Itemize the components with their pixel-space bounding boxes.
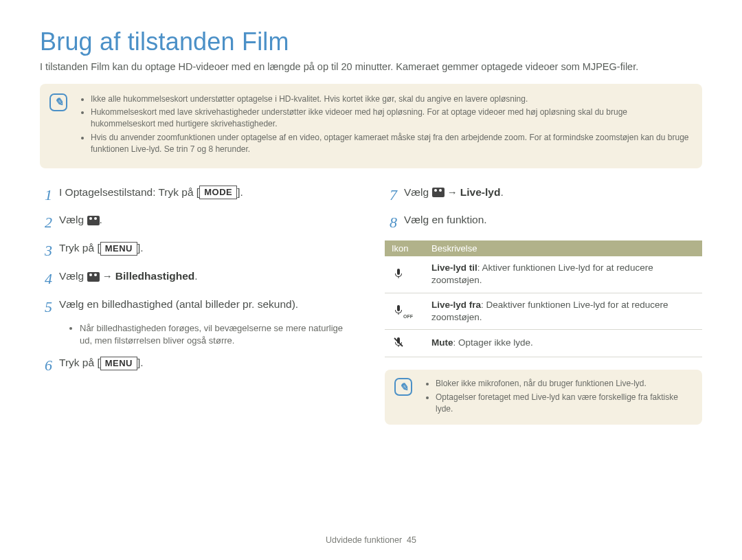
arrow: → <box>100 270 115 282</box>
film-icon <box>87 272 100 282</box>
footer-page-number: 45 <box>407 535 416 545</box>
cell-desc: Live-lyd fra: Deaktiver funktionen Live-… <box>425 293 702 329</box>
substep-bullet: Når billedhastigheden forøges, vil bevæg… <box>80 322 357 347</box>
step-text: Vælg → Live-lyd. <box>404 185 504 200</box>
manual-page: Brug af tilstanden Film I tilstanden Fil… <box>0 0 742 560</box>
step-text-part: ]. <box>137 242 144 254</box>
cell-icon: OFF <box>385 293 425 329</box>
step-text: Vælg en funktion. <box>404 212 487 227</box>
table-row: OFF Live-lyd fra: Deaktiver funktionen L… <box>385 293 702 329</box>
step-5-sub: Når billedhastigheden forøges, vil bevæg… <box>40 322 357 347</box>
table-row: Live-lyd til: Aktiver funktionen Live-ly… <box>385 256 702 293</box>
table-head-icon: Ikon <box>385 240 425 256</box>
cell-bold: Live-lyd til <box>431 262 477 273</box>
step-text: Tryk på [MENU]. <box>59 355 144 370</box>
icon-description-table: Ikon Beskrivelse Live-lyd til: Aktiver f… <box>385 240 702 357</box>
step-3: 3 Tryk på [MENU]. <box>40 240 357 262</box>
note-icon: ✎ <box>394 378 412 396</box>
note-icon: ✎ <box>49 93 67 111</box>
step-text: Vælg en billedhastighed (antal billeder … <box>59 297 298 312</box>
step-number: 4 <box>40 269 52 290</box>
step-text-part: I Optagelsestilstand: Tryk på [ <box>59 186 199 198</box>
menu-key: MENU <box>100 242 137 256</box>
step-text: Tryk på [MENU]. <box>59 240 144 256</box>
step-bold: Live-lyd <box>460 186 501 198</box>
step-number: 1 <box>40 185 52 206</box>
top-note-box: ✎ Ikke alle hukommelseskort understøtter… <box>40 84 702 168</box>
step-text-part: Tryk på [ <box>59 357 100 368</box>
mic-on-icon <box>392 267 405 280</box>
step-4: 4 Vælg → Billedhastighed. <box>40 269 357 290</box>
film-icon <box>87 216 100 225</box>
step-text: Vælg . <box>59 212 102 227</box>
table-head-desc: Beskrivelse <box>425 240 702 256</box>
cell-bold: Mute <box>431 337 453 348</box>
step-text-part: . <box>100 214 102 225</box>
mode-key: MODE <box>199 186 237 199</box>
step-5: 5 Vælg en billedhastighed (antal billede… <box>40 297 357 318</box>
step-text: I Optagelsestilstand: Tryk på [MODE]. <box>59 185 243 200</box>
bottom-note-item: Bloker ikke mikrofonen, når du bruger fu… <box>436 378 693 390</box>
columns: 1 I Optagelsestilstand: Tryk på [MODE]. … <box>40 185 702 425</box>
lead-paragraph: I tilstanden Film kan du optage HD-video… <box>40 60 702 74</box>
step-number: 5 <box>40 297 52 318</box>
step-text-part: . <box>500 186 503 198</box>
table-row: Mute: Optager ikke lyde. <box>385 329 702 357</box>
top-note-item: Hvis du anvender zoomfunktionen under op… <box>91 132 691 156</box>
step-text: Vælg → Billedhastighed. <box>59 269 198 284</box>
step-number: 2 <box>40 212 52 234</box>
step-text-part: Tryk på [ <box>59 242 100 254</box>
step-7: 7 Vælg → Live-lyd. <box>385 185 702 206</box>
step-number: 8 <box>385 212 397 234</box>
step-text-part: . <box>194 270 197 282</box>
film-icon <box>432 188 445 197</box>
cell-icon <box>385 329 425 357</box>
arrow: → <box>445 186 460 198</box>
step-2: 2 Vælg . <box>40 212 357 234</box>
step-text-part: ]. <box>237 186 243 198</box>
page-footer: Udvidede funktioner 45 <box>0 535 742 545</box>
step-text-part: Vælg <box>59 270 87 282</box>
page-title: Brug af tilstanden Film <box>40 27 702 56</box>
mic-mute-icon <box>392 335 405 349</box>
top-note-list: Ikke alle hukommelseskort understøtter o… <box>77 93 691 157</box>
top-note-item: Hukommelseskort med lave skrivehastighed… <box>91 107 691 131</box>
bottom-note-box: ✎ Bloker ikke mikrofonen, når du bruger … <box>385 370 702 425</box>
right-column: 7 Vælg → Live-lyd. 8 Vælg en funktion. I… <box>385 185 702 425</box>
bottom-note-item: Optagelser foretaget med Live-lyd kan væ… <box>436 392 693 416</box>
step-1: 1 I Optagelsestilstand: Tryk på [MODE]. <box>40 185 357 206</box>
cell-icon <box>385 256 425 293</box>
step-bold: Billedhastighed <box>115 270 194 282</box>
step-number: 6 <box>40 355 52 377</box>
cell-bold: Live-lyd fra <box>431 300 481 310</box>
off-label: OFF <box>403 314 413 319</box>
step-text-part: Vælg <box>404 186 432 198</box>
step-text-part: ]. <box>137 357 144 368</box>
left-column: 1 I Optagelsestilstand: Tryk på [MODE]. … <box>40 185 357 425</box>
menu-key: MENU <box>100 357 137 370</box>
step-number: 3 <box>40 240 52 262</box>
step-text-part: Vælg <box>59 214 87 225</box>
top-note-item: Ikke alle hukommelseskort understøtter o… <box>91 93 691 105</box>
footer-section: Udvidede funktioner <box>326 535 402 545</box>
cell-desc: Live-lyd til: Aktiver funktionen Live-ly… <box>425 256 702 293</box>
step-8: 8 Vælg en funktion. <box>385 212 702 234</box>
cell-desc: Mute: Optager ikke lyde. <box>425 329 702 357</box>
step-6: 6 Tryk på [MENU]. <box>40 355 357 377</box>
step-number: 7 <box>385 185 397 206</box>
cell-rest: : Optager ikke lyde. <box>453 337 533 348</box>
bottom-note-list: Bloker ikke mikrofonen, når du bruger fu… <box>422 378 693 416</box>
